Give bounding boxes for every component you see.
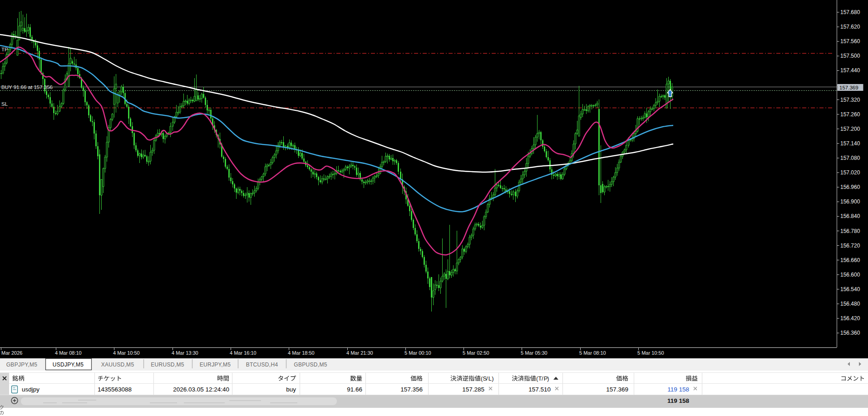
svg-text:119 158: 119 158 (667, 386, 689, 393)
svg-text:156.420: 156.420 (840, 315, 860, 322)
svg-text:157.369: 157.369 (839, 85, 858, 90)
svg-text:2026.03.05 12:24:40: 2026.03.05 12:24:40 (173, 386, 229, 393)
svg-text:156.900: 156.900 (840, 198, 860, 205)
svg-text:): ) (492, 375, 493, 382)
svg-text:1435563088: 1435563088 (98, 386, 132, 393)
svg-text:156.360: 156.360 (840, 330, 860, 336)
svg-text:SL: SL (1, 101, 8, 107)
svg-text:EURUSD,M5: EURUSD,M5 (151, 362, 184, 368)
svg-text:5 Mar 00:10: 5 Mar 00:10 (404, 350, 431, 356)
svg-text:buy: buy (286, 386, 296, 393)
svg-text:4 Mar 08:10: 4 Mar 08:10 (55, 350, 82, 356)
svg-text:4 Mar 18:50: 4 Mar 18:50 (288, 350, 315, 356)
svg-text:156.780: 156.780 (840, 228, 860, 234)
svg-text:156.720: 156.720 (840, 243, 860, 249)
svg-text:BUY 91.66 at 157.356: BUY 91.66 at 157.356 (1, 84, 53, 90)
svg-text:4 Mar 21:30: 4 Mar 21:30 (346, 350, 373, 356)
svg-text:): ) (547, 375, 549, 382)
svg-text:4 Mar 13:30: 4 Mar 13:30 (172, 350, 198, 356)
svg-text:157.440: 157.440 (840, 67, 860, 74)
svg-text:157.560: 157.560 (840, 38, 860, 45)
svg-text:5 Mar 10:50: 5 Mar 10:50 (637, 350, 664, 356)
svg-text:157.500: 157.500 (840, 53, 860, 59)
svg-text:157.369: 157.369 (606, 386, 628, 393)
svg-text:GBPUSD,M5: GBPUSD,M5 (294, 362, 327, 368)
svg-text:EURJPY,M5: EURJPY,M5 (200, 362, 231, 368)
svg-text:GBPJPY,M5: GBPJPY,M5 (6, 362, 38, 368)
svg-text:157.356: 157.356 (400, 386, 423, 393)
svg-text:5 Mar 08:10: 5 Mar 08:10 (579, 350, 606, 356)
svg-text:119 158: 119 158 (667, 397, 690, 404)
svg-text:L: L (488, 375, 492, 382)
svg-text:157.320: 157.320 (840, 97, 860, 103)
svg-text:156.540: 156.540 (840, 286, 860, 292)
svg-text:XAUUSD,M5: XAUUSD,M5 (101, 362, 134, 368)
svg-text:usdjpy: usdjpy (22, 386, 39, 393)
svg-text:157.620: 157.620 (840, 24, 860, 30)
svg-text:BTCUSD,H4: BTCUSD,H4 (246, 362, 278, 368)
svg-text:156.840: 156.840 (840, 213, 860, 219)
svg-text:157.260: 157.260 (840, 111, 860, 118)
svg-text:156.960: 156.960 (840, 184, 860, 190)
svg-text:157.140: 157.140 (840, 140, 860, 147)
svg-text:156.600: 156.600 (840, 272, 860, 278)
svg-text:/: / (542, 375, 543, 382)
svg-text:157.510: 157.510 (528, 386, 551, 393)
svg-text:157.020: 157.020 (840, 169, 860, 176)
svg-text:4 Mar 10:50: 4 Mar 10:50 (113, 350, 140, 356)
svg-text:Mar 2026: Mar 2026 (1, 350, 22, 356)
svg-text:5 Mar 05:30: 5 Mar 05:30 (521, 350, 547, 356)
svg-text:TP: TP (1, 47, 8, 52)
svg-text:157.200: 157.200 (840, 126, 860, 132)
svg-text:157.285: 157.285 (462, 386, 484, 393)
svg-text:157.680: 157.680 (840, 9, 860, 15)
svg-text:USDJPY,M5: USDJPY,M5 (53, 362, 84, 368)
svg-text:5 Mar 02:50: 5 Mar 02:50 (463, 350, 489, 356)
svg-text:156.480: 156.480 (840, 301, 860, 307)
svg-text:4 Mar 16:10: 4 Mar 16:10 (230, 350, 256, 356)
svg-text:91.66: 91.66 (347, 386, 362, 393)
svg-text:157.080: 157.080 (840, 155, 860, 161)
svg-text:/: / (486, 375, 488, 382)
svg-text:156.660: 156.660 (840, 257, 860, 263)
